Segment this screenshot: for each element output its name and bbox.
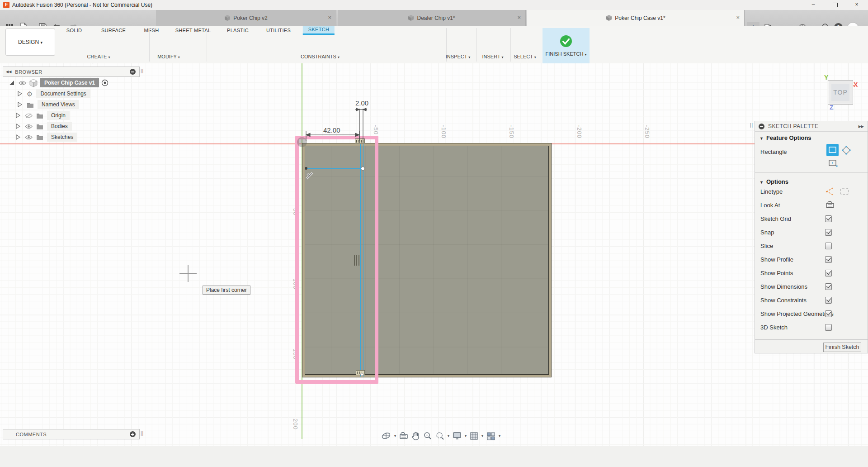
finish-sketch-palette-button[interactable]: Finish Sketch [823, 343, 861, 352]
env-tab-surface[interactable]: SURFACE [96, 26, 131, 35]
expand-arrow-icon[interactable] [17, 91, 22, 96]
checkbox-show-dimensions[interactable] [825, 283, 832, 290]
env-tab-sketch[interactable]: SKETCH [303, 26, 335, 35]
sketch-palette-header[interactable]: SKETCH PALETTE ▶▶ [755, 121, 868, 132]
palette-option-control[interactable] [825, 256, 832, 263]
palette-minimize-icon[interactable] [759, 124, 764, 129]
expand-arrow-icon[interactable] [17, 102, 22, 107]
palette-option-control[interactable] [825, 283, 832, 290]
checkbox-show-projected-geometries[interactable] [825, 310, 832, 317]
palette-resize-handle[interactable]: || [750, 123, 753, 128]
palette-option-control[interactable] [825, 187, 849, 196]
collapse-browser-icon[interactable]: ◀◀ [6, 70, 11, 74]
visibility-eye-icon[interactable] [25, 135, 33, 140]
browser-root-label[interactable]: Poker Chip Case v1 [40, 78, 99, 87]
viewcube-face-top[interactable]: TOP [828, 80, 853, 105]
group-label-inspect[interactable]: INSPECT ▾ [446, 54, 471, 59]
construction-linetype-icon[interactable] [825, 187, 835, 196]
palette-expand-icon[interactable]: ▶▶ [859, 124, 864, 129]
viewports-caret[interactable]: ▾ [499, 434, 500, 438]
options-section[interactable]: ▼Options [760, 178, 788, 185]
checkbox-show-constraints[interactable] [825, 297, 832, 304]
browser-root-row[interactable]: Poker Chip Case v1 [9, 77, 108, 88]
browser-tree-row[interactable]: Named Views [17, 99, 79, 110]
checkbox-show-profile[interactable] [825, 256, 832, 263]
grid-settings-icon[interactable] [470, 432, 478, 440]
group-label-select[interactable]: SELECT ▾ [514, 54, 536, 59]
center-rectangle-button[interactable] [829, 160, 838, 167]
browser-tree-row[interactable]: ⚙ Document Settings [17, 88, 90, 99]
group-label-create[interactable]: CREATE ▾ [87, 54, 110, 59]
document-tab[interactable]: Poker Chip Case v1*× [527, 10, 745, 26]
browser-item-label[interactable]: Origin [47, 111, 70, 120]
close-tab-icon[interactable]: × [517, 14, 521, 21]
browser-minimize-icon[interactable] [130, 69, 136, 75]
look-at-icon[interactable] [825, 201, 835, 209]
palette-option-control[interactable] [825, 243, 832, 249]
checkbox-show-points[interactable] [825, 270, 832, 276]
sketch-line-vertical-2[interactable] [363, 144, 364, 376]
two-point-rectangle-button[interactable] [826, 144, 839, 156]
env-tab-solid[interactable]: SOLID [61, 26, 88, 35]
palette-option-control[interactable] [825, 310, 832, 317]
env-tab-mesh[interactable]: MESH [139, 26, 165, 35]
comments-bar[interactable]: COMMENTS [3, 429, 140, 439]
checkbox-snap[interactable] [825, 229, 832, 236]
palette-option-control[interactable] [825, 324, 832, 331]
display-settings-icon[interactable] [453, 432, 462, 440]
viewcube[interactable]: Y X Z TOP [821, 70, 868, 115]
grid-settings-caret[interactable]: ▾ [481, 434, 483, 438]
palette-option-control[interactable] [825, 215, 832, 222]
palette-option-control[interactable] [825, 201, 835, 209]
expand-arrow-icon[interactable] [15, 124, 20, 129]
orbit-caret[interactable]: ▾ [394, 434, 396, 438]
display-settings-caret[interactable]: ▾ [465, 434, 467, 438]
comments-resize-handle[interactable]: || [141, 431, 144, 436]
group-label-constraints[interactable]: CONSTRAINTS ▾ [301, 54, 340, 59]
centerline-linetype-icon[interactable] [840, 187, 849, 195]
group-label-insert[interactable]: INSERT ▾ [482, 54, 503, 59]
checkbox-3d-sketch[interactable] [825, 324, 832, 331]
expand-arrow-icon[interactable] [15, 113, 20, 118]
sketch-point-bottom[interactable] [360, 373, 363, 376]
viewports-icon[interactable] [486, 432, 495, 440]
look-at-icon[interactable] [399, 432, 408, 440]
collapse-arrow-icon[interactable] [9, 80, 14, 86]
viewcube-face-label[interactable]: TOP [831, 84, 849, 101]
browser-tree-row[interactable]: Origin [15, 110, 70, 121]
checkbox-sketch-grid[interactable] [825, 215, 832, 222]
close-button[interactable]: × [847, 0, 866, 10]
add-comment-icon[interactable] [130, 431, 136, 437]
pan-hand-icon[interactable] [411, 431, 420, 440]
perpendicular-constraint-badge[interactable] [305, 171, 314, 180]
document-tab[interactable]: Dealer Chip v1*× [338, 10, 526, 26]
minimize-button[interactable]: – [804, 0, 823, 10]
dimension-width-value[interactable]: 42.00 [323, 126, 340, 134]
checkbox-slice[interactable] [825, 243, 832, 249]
browser-tree-row[interactable]: Sketches [15, 132, 77, 143]
zoom-window-caret[interactable]: ▾ [448, 434, 449, 438]
orbit-icon[interactable] [381, 431, 391, 440]
expand-arrow-icon[interactable] [15, 134, 20, 140]
browser-item-label[interactable]: Bodies [47, 122, 72, 131]
workspace-selector[interactable]: DESIGN ▾ [5, 29, 55, 56]
palette-option-control[interactable] [825, 229, 832, 236]
env-tab-sheet-metal[interactable]: SHEET METAL [170, 26, 217, 35]
visibility-eye-icon[interactable] [19, 81, 26, 86]
browser-header[interactable]: ◀◀ BROWSER [3, 67, 140, 77]
browser-tree-row[interactable]: Bodies [15, 121, 72, 132]
zoom-icon[interactable] [423, 431, 432, 440]
close-tab-icon[interactable]: × [328, 14, 331, 21]
document-tab[interactable]: Poker Chip v2× [156, 10, 336, 26]
env-tab-plastic[interactable]: PLASTIC [222, 26, 254, 35]
palette-option-control[interactable] [825, 297, 832, 304]
browser-item-label[interactable]: Named Views [38, 100, 79, 109]
finish-sketch-button[interactable]: FINISH SKETCH ▾ [542, 28, 590, 63]
browser-item-label[interactable]: Sketches [47, 133, 77, 142]
feature-options-section[interactable]: ▼Feature Options [760, 134, 811, 141]
palette-option-control[interactable] [825, 270, 832, 276]
browser-item-label[interactable]: Document Settings [36, 89, 90, 98]
three-point-rectangle-button[interactable] [842, 146, 851, 155]
browser-resize-handle[interactable]: || [141, 68, 144, 73]
zoom-window-icon[interactable] [435, 431, 444, 440]
